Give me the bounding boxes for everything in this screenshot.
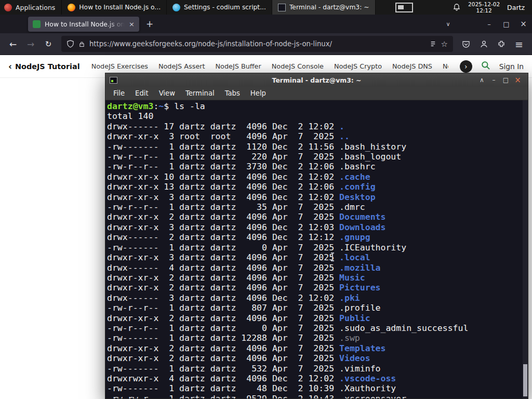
- user-menu[interactable]: Dartz: [507, 4, 527, 11]
- taskbar-window-button[interactable]: Settings - codium script...: [167, 0, 272, 15]
- terminal-menu-item[interactable]: Tabs: [220, 88, 245, 99]
- window-close-button[interactable]: ×: [515, 17, 532, 31]
- forward-button[interactable]: →: [22, 36, 39, 52]
- file-name: Desktop: [339, 192, 376, 202]
- file-meta: -rw-rw-r-- 1 dartz dartz 9529 Dec 2 10:4…: [107, 394, 339, 398]
- window-restore-button[interactable]: □: [498, 17, 515, 31]
- file-meta: drwxr-xr-x 13 dartz dartz 4096 Dec 2 12:…: [107, 182, 339, 192]
- window-icon: [172, 4, 180, 11]
- reader-view-icon[interactable]: [429, 40, 437, 48]
- notification-bell-icon[interactable]: [453, 3, 461, 11]
- extensions-puzzle-icon[interactable]: [493, 36, 510, 52]
- tab-favicon: [33, 20, 41, 28]
- file-meta: -rw-r--r-- 1 dartz dartz 807 Apr 7 2025: [107, 303, 339, 313]
- file-meta: drwxr-xr-x 3 dartz dartz 4096 Apr 7 2025: [107, 252, 339, 262]
- file-meta: drwxr-xr-x 2 dartz dartz 4096 Apr 7 2025: [107, 343, 339, 353]
- terminal-minimize-button[interactable]: –: [488, 74, 500, 86]
- terminal-output-line: drwxr-xr-x 2 dartz dartz 4096 Apr 7 2025…: [107, 283, 528, 292]
- file-name: .gnupg: [339, 232, 370, 242]
- nav-scroll-right-button[interactable]: ›: [460, 60, 472, 73]
- nav-links: NodeJS ExercisesNodeJS AssertNodeJS Buff…: [91, 62, 448, 70]
- file-meta: drwxr-xr-x 2 dartz dartz 4096 Apr 7 2025: [107, 273, 339, 283]
- terminal-output-line: drwxr-xr-x 2 dartz dartz 4096 Apr 7 2025…: [107, 343, 528, 353]
- pocket-icon[interactable]: [457, 36, 475, 52]
- sign-in-button[interactable]: Sign In: [499, 62, 524, 71]
- account-icon[interactable]: [475, 36, 493, 52]
- file-name: .cache: [339, 172, 370, 182]
- tab-list-chevron-icon[interactable]: ∨: [440, 17, 457, 31]
- terminal-scrollbar[interactable]: [523, 100, 528, 398]
- terminal-body[interactable]: dartz@vm3:~$ ls -la total 140 drwx------…: [105, 100, 528, 398]
- terminal-menu-item[interactable]: Edit: [130, 88, 153, 99]
- terminal-titlebar[interactable]: Terminal - dartz@vm3: ~ ∧ – □ ×: [105, 73, 528, 87]
- url-text: https://www.geeksforgeeks.org/node-js/in…: [89, 40, 425, 48]
- screen: Applications How to Install Node.js o...…: [0, 0, 532, 399]
- terminal-scrollbar-thumb[interactable]: [523, 364, 527, 396]
- file-name: .pki: [339, 293, 360, 303]
- file-meta: -rw-r--r-- 1 dartz dartz 35 Apr 7 2025: [107, 202, 339, 212]
- file-meta: -rw------- 1 dartz dartz 0 Apr 7 2025: [107, 243, 339, 252]
- terminal-menu-item[interactable]: View: [154, 88, 180, 99]
- browser-tab[interactable]: How to Install Node.js on ×: [28, 17, 139, 32]
- file-meta: drwxr-xr-x 2 dartz dartz 4096 Apr 7 2025: [107, 283, 339, 292]
- terminal-menu-item[interactable]: Help: [246, 88, 271, 99]
- terminal-output-line: drwxr-xr-x 2 dartz dartz 4096 Apr 7 2025…: [107, 273, 528, 283]
- terminal-output-line: drwxr-xr-x 2 dartz dartz 4096 Apr 7 2025…: [107, 353, 528, 363]
- nav-link[interactable]: NodeJS Crypto: [334, 62, 382, 70]
- url-bar[interactable]: https://www.geeksforgeeks.org/node-js/in…: [61, 36, 453, 52]
- file-meta: drwx------ 17 dartz dartz 4096 Dec 2 12:…: [107, 122, 339, 131]
- nav-link[interactable]: NodeJS Assert: [158, 62, 205, 70]
- new-tab-button[interactable]: +: [142, 17, 157, 31]
- nav-link[interactable]: NodeJS Exercises: [91, 62, 148, 70]
- file-meta: -rw------- 1 dartz dartz 1120 Dec 2 11:5…: [107, 142, 339, 152]
- terminal-shade-button[interactable]: ∧: [476, 74, 488, 86]
- hamburger-menu-icon[interactable]: ≡: [510, 36, 528, 52]
- taskbar-window-button[interactable]: How to Install Node.js o...: [62, 0, 167, 15]
- window-icon: [278, 4, 286, 11]
- chevron-left-icon[interactable]: ‹: [8, 61, 12, 72]
- nav-primary-label: NodeJS Tutorial: [15, 62, 80, 71]
- file-meta: drwxr-xr-x 2 dartz dartz 4096 Apr 7 2025: [107, 212, 339, 222]
- search-icon[interactable]: [481, 60, 491, 73]
- terminal-output: drwx------ 17 dartz dartz 4096 Dec 2 12:…: [107, 122, 528, 398]
- terminal-close-button[interactable]: ×: [512, 74, 524, 86]
- bookmark-star-icon[interactable]: ☆: [441, 39, 448, 49]
- nav-link[interactable]: Node: [443, 62, 448, 70]
- terminal-menu-item[interactable]: File: [109, 88, 129, 99]
- prompt-path: ~: [158, 101, 164, 111]
- file-name: .bash_logout: [339, 152, 401, 162]
- file-meta: drwxrwxr-x 4 dartz dartz 4096 Dec 2 12:0…: [107, 374, 339, 383]
- back-button[interactable]: ←: [4, 36, 22, 52]
- tracking-shield-icon[interactable]: [66, 40, 74, 48]
- taskbar-window-button[interactable]: Terminal - dartz@vm3: ~: [272, 0, 376, 15]
- nav-link[interactable]: NodeJS Buffer: [216, 62, 261, 70]
- terminal-menubar: FileEditViewTerminalTabsHelp: [105, 87, 528, 100]
- file-meta: drwx------ 3 dartz dartz 4096 Dec 2 12:0…: [107, 293, 339, 303]
- file-name: .dmrc: [339, 202, 365, 212]
- window-minimize-button[interactable]: –: [481, 17, 498, 31]
- reload-button[interactable]: ↻: [39, 36, 57, 52]
- file-name: Public: [339, 313, 370, 323]
- tab-close-button[interactable]: ×: [129, 20, 135, 28]
- workspace-switcher[interactable]: [395, 3, 413, 12]
- file-meta: drwxr-xr-x 3 dartz dartz 4096 Dec 2 12:0…: [107, 192, 339, 202]
- nav-link[interactable]: NodeJS Console: [272, 62, 324, 70]
- file-name: Templates: [339, 343, 385, 353]
- lock-icon[interactable]: [78, 41, 85, 48]
- terminal-maximize-button[interactable]: □: [500, 74, 512, 86]
- applications-label: Applications: [16, 4, 55, 11]
- file-meta: drwxr-xr-x 3 root root 4096 Apr 7 2025: [107, 131, 339, 141]
- nav-primary[interactable]: ‹ NodeJS Tutorial: [8, 61, 80, 72]
- file-meta: drwxr-xr-x 10 dartz dartz 4096 Dec 2 12:…: [107, 172, 339, 182]
- file-name: Documents: [339, 212, 385, 222]
- terminal-menu-item[interactable]: Terminal: [181, 88, 219, 99]
- terminal-window: Terminal - dartz@vm3: ~ ∧ – □ × FileEdit…: [105, 73, 528, 399]
- tab-bar: How to Install Node.js on × + ∨ – □ ×: [0, 15, 532, 33]
- terminal-output-line: drwx------ 17 dartz dartz 4096 Dec 2 12:…: [107, 122, 528, 131]
- nav-link[interactable]: NodeJS DNS: [392, 62, 432, 70]
- applications-menu[interactable]: Applications: [0, 0, 61, 15]
- clock[interactable]: 2025-12-02 12:12: [468, 1, 500, 14]
- file-meta: -rw------- 1 dartz dartz 48 Dec 2 10:39: [107, 383, 339, 393]
- terminal-output-line: -rw-r--r-- 1 dartz dartz 0 Apr 7 2025 .s…: [107, 323, 528, 333]
- file-meta: drwxr-xr-x 3 dartz dartz 4096 Dec 2 12:0…: [107, 222, 339, 232]
